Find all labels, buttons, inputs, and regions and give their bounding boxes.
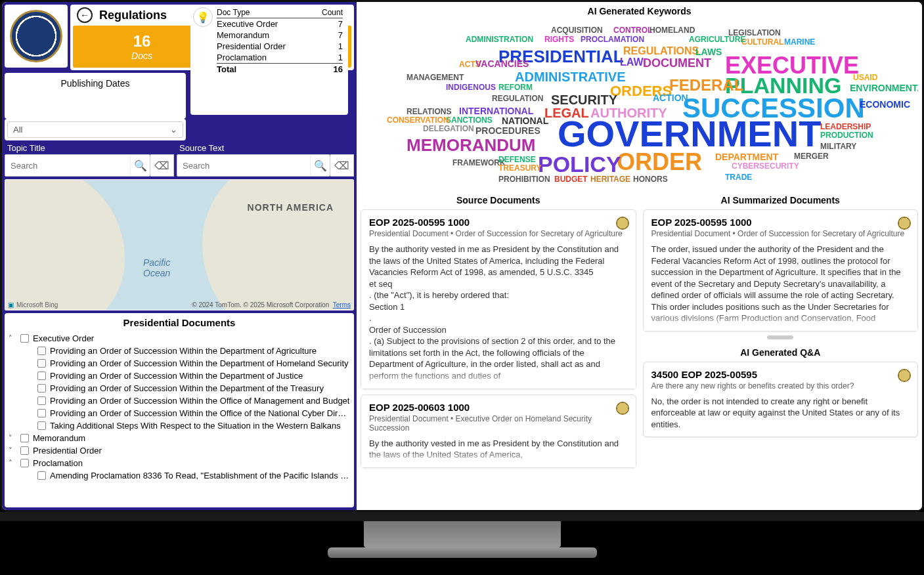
search-icon[interactable]: 🔍 [130, 155, 150, 176]
keyword[interactable]: BUDGET [554, 175, 588, 184]
keyword[interactable]: REFORM [498, 83, 533, 92]
keyword[interactable]: CONTROL [613, 26, 652, 35]
tree-item[interactable]: Providing an Order of Succession Within … [9, 407, 350, 419]
keyword[interactable]: ORDER [617, 148, 702, 176]
keyword[interactable]: ACTION [653, 93, 688, 103]
checkbox[interactable] [37, 359, 46, 368]
document-card[interactable]: EOP 2025-00595 1000Presidential Document… [643, 209, 919, 331]
checkbox[interactable] [20, 446, 29, 455]
keyword[interactable]: REGULATION [492, 94, 543, 103]
keyword[interactable]: CYBERSECURITY [732, 161, 799, 171]
keyword[interactable]: HONORS [633, 175, 668, 184]
keyword[interactable]: HOMELAND [649, 26, 695, 35]
tree-item[interactable]: Providing an Order of Succession Within … [9, 370, 350, 382]
search-icon[interactable]: 🔍 [310, 155, 330, 176]
checkbox[interactable] [37, 409, 46, 417]
keyword[interactable]: MERGER [794, 152, 829, 161]
tree-item[interactable]: Providing an Order of Succession Within … [9, 357, 350, 370]
keyword[interactable]: ADMINISTRATION [466, 35, 533, 44]
keyword[interactable]: CONSERVATION [387, 116, 449, 125]
publishing-dates-select[interactable]: All ⌄ [7, 121, 183, 138]
keyword[interactable]: CULTURAL [741, 37, 783, 47]
source-text-input[interactable] [177, 155, 310, 176]
keyword[interactable]: LEADERSHIP [820, 122, 871, 131]
doctype-row[interactable]: Memorandum7 [217, 30, 343, 41]
keyword[interactable]: INTERNATIONAL [459, 106, 533, 116]
keyword[interactable]: VACANCIES [475, 58, 529, 69]
keyword[interactable]: RIGHTS [544, 35, 574, 44]
keyword[interactable]: DOCUMENT [643, 56, 711, 70]
keyword[interactable]: NATIONAL [502, 116, 548, 126]
clear-topic-button[interactable]: ⌫ [150, 154, 174, 177]
keyword[interactable]: LAWS [695, 47, 722, 57]
clear-source-button[interactable]: ⌫ [330, 154, 354, 177]
keyword[interactable]: DELEGATION [423, 124, 474, 133]
keyword[interactable]: RELATIONS [407, 107, 451, 116]
keyword[interactable]: INDIGENOUS [446, 83, 496, 92]
keyword[interactable]: LAW [620, 56, 644, 68]
keyword[interactable]: TREASURY [498, 163, 542, 173]
tree-item[interactable]: Providing an Order of Succession Within … [9, 382, 350, 394]
seal-icon [898, 369, 911, 382]
document-card[interactable]: EOP 2025-00603 1000Presidential Document… [361, 394, 636, 468]
checkbox[interactable] [37, 384, 46, 393]
keyword[interactable]: LEGAL [544, 106, 589, 121]
document-card[interactable]: EOP 2025-00595 1000Presidential Document… [361, 209, 636, 389]
tree-group[interactable]: ˅Presidential Order [9, 444, 350, 457]
keyword[interactable]: PROHIBITION [498, 175, 550, 184]
checkbox[interactable] [20, 334, 29, 343]
keyword[interactable]: AGRICULTURE [689, 35, 745, 44]
keyword[interactable]: MEMORANDUM [407, 135, 535, 156]
keyword[interactable]: HERITAGE [590, 175, 630, 184]
map[interactable]: NORTH AMERICA Pacific Ocean ▣Microsoft B… [5, 179, 354, 310]
checkbox[interactable] [20, 434, 29, 442]
keyword[interactable]: MILITARY [820, 142, 856, 151]
tree-item[interactable]: Providing an Order of Succession Within … [9, 394, 350, 407]
checkbox[interactable] [37, 347, 46, 355]
keyword[interactable]: MARINE [784, 37, 815, 47]
tree-group[interactable]: ˄Proclamation [9, 457, 350, 469]
doctype-row[interactable]: Proclamation1 [217, 52, 343, 63]
keyword[interactable]: POLICY [538, 152, 621, 177]
tree-item[interactable]: Taking Additional Steps With Respect to … [9, 419, 350, 432]
keyword[interactable]: PRODUCTION [820, 131, 873, 140]
keyword[interactable]: FRAMEWORK [452, 158, 506, 167]
checkbox[interactable] [20, 459, 29, 467]
keyword[interactable]: SANCTIONS [446, 116, 493, 125]
doctype-row[interactable]: Executive Order7 [217, 18, 343, 30]
keyword[interactable]: ACQUISITION [551, 26, 603, 35]
doctype-row[interactable]: Presidential Order1 [217, 41, 343, 52]
checkbox[interactable] [37, 471, 46, 480]
keyword[interactable]: REGULATIONS [623, 45, 699, 57]
keyword[interactable]: ECONOMIC [860, 99, 910, 110]
keyword-wordcloud[interactable]: GOVERNMENTSUCCESSIONEXECUTIVEPLANNINGORD… [361, 20, 918, 191]
checkbox[interactable] [37, 396, 46, 405]
keyword[interactable]: DEPARTMENT [715, 152, 778, 162]
keyword[interactable]: PROCLAMATION [581, 35, 644, 44]
keyword[interactable]: TRADE [725, 173, 752, 182]
keyword[interactable]: ENVIRONMENTAL [850, 83, 918, 93]
keyword[interactable]: DEFENSE [498, 155, 536, 164]
map-ocean-label: Pacific Ocean [143, 257, 170, 278]
keyword[interactable]: AUTHORITY [590, 106, 667, 121]
keyword[interactable]: MANAGEMENT [407, 73, 464, 82]
tree-group[interactable]: ˅Memorandum [9, 432, 350, 444]
document-card[interactable]: 34500 EOP 2025-00595Are there any new ri… [643, 362, 919, 438]
checkbox[interactable] [37, 421, 46, 430]
keyword[interactable]: PROCEDURES [475, 125, 540, 136]
scroll-indicator[interactable] [767, 335, 793, 339]
lightbulb-icon[interactable]: 💡 [193, 7, 213, 27]
map-provider: Microsoft Bing [16, 301, 58, 309]
keyword[interactable]: USAID [853, 73, 877, 82]
back-button[interactable]: ← [77, 7, 93, 23]
topic-title-input[interactable] [5, 155, 130, 176]
map-terms-link[interactable]: Terms [333, 301, 351, 309]
right-panel: AI Generated Keywords GOVERNMENTSUCCESSI… [357, 2, 922, 510]
tree-group[interactable]: ˄Executive Order [9, 332, 350, 345]
checkbox[interactable] [37, 372, 46, 380]
source-documents-column: Source Documents EOP 2025-00595 1000Pres… [361, 195, 636, 506]
tree-item[interactable]: Providing an Order of Succession Within … [9, 345, 350, 357]
map-copyright: © 2024 TomTom. © 2025 Microsoft Corporat… [192, 301, 329, 309]
tree-item[interactable]: Amending Proclamation 8336 To Read, "Est… [9, 469, 350, 482]
keyword[interactable]: FEDERAL [669, 76, 743, 95]
